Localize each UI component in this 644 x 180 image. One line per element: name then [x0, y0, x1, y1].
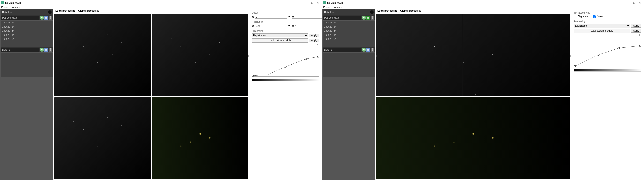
nav-handle-right[interactable]: ◂▸ — [247, 54, 250, 57]
expand-toggle[interactable] — [318, 44, 319, 46]
maximize-button[interactable]: □ — [631, 2, 637, 4]
tab-local[interactable]: Local processing — [56, 10, 75, 12]
dataset-name-input[interactable] — [323, 16, 362, 20]
dataset-add-button[interactable]: + — [40, 16, 44, 20]
add-dataset-button[interactable]: + — [48, 10, 52, 14]
expand-toggle[interactable] — [640, 34, 641, 36]
svg-rect-7 — [574, 66, 576, 67]
res-x-input[interactable] — [255, 24, 288, 28]
gradient-bar[interactable] — [574, 69, 641, 72]
dataset-delete-button[interactable]: 🗑 — [49, 16, 52, 20]
global-settings-panel: Interaction type Alignment View Processi… — [571, 9, 644, 180]
processing-select[interactable]: Equalization — [574, 24, 630, 28]
maximize-button[interactable]: □ — [309, 2, 315, 4]
data-slot-list[interactable] — [323, 52, 375, 77]
slot-delete-button[interactable]: 🗑 — [49, 48, 52, 52]
data-slot-list[interactable] — [1, 52, 53, 77]
file-list[interactable]: 190922_1/ 190922_2/ 190922_3/ 190922_4/ … — [1, 20, 53, 47]
app-window-global: BigDataRecon — □ ✕ Project Window Data L… — [322, 0, 644, 180]
data-list-header: Data List + — [1, 10, 53, 15]
load-module-button[interactable]: Load custom module — [574, 29, 630, 33]
intensity-curve-chart[interactable] — [252, 49, 319, 178]
processing-select[interactable]: Registration — [252, 34, 308, 38]
svg-rect-8 — [598, 54, 599, 56]
add-dataset-button[interactable]: + — [370, 10, 374, 14]
list-item[interactable]: 190922_1/ — [323, 20, 375, 25]
list-item[interactable]: 190922_2/ — [1, 25, 53, 29]
offset-label: Offset — [252, 11, 319, 14]
tab-global[interactable]: Global processing — [400, 10, 421, 12]
res-y-input[interactable] — [292, 24, 322, 28]
dataset-name-input[interactable] — [1, 16, 40, 20]
intensity-curve-chart[interactable] — [574, 39, 641, 178]
data-slot-input[interactable] — [323, 48, 362, 52]
apply-module-button[interactable]: Apply — [309, 39, 319, 42]
alignment-checkbox[interactable]: Alignment — [574, 15, 588, 18]
nav-handle-mid[interactable]: ▴▾ — [474, 93, 476, 96]
menu-project[interactable]: Project — [1, 6, 9, 8]
dataset-toolbar: + ▦ 🗑 — [323, 15, 375, 20]
list-item[interactable]: 190922_3/ — [323, 29, 375, 33]
processing-area: Local processing Global processing ◂▸ — [376, 9, 571, 180]
svg-rect-1 — [267, 74, 268, 76]
sidebar: Data List + + ▦ 🗑 190922_1/ 190922_2/ 19… — [0, 9, 54, 180]
list-item[interactable]: 190922_5/ — [1, 37, 53, 41]
y-label: y: — [288, 16, 290, 18]
nav-handle-right[interactable]: ◂▸ — [569, 54, 572, 57]
image-slice-tl[interactable] — [54, 14, 151, 96]
svg-rect-4 — [318, 56, 319, 57]
app-icon — [1, 1, 4, 4]
tab-global[interactable]: Global processing — [78, 10, 99, 12]
gradient-bar[interactable] — [252, 79, 319, 81]
dataset-delete-button[interactable]: 🗑 — [371, 16, 374, 20]
dataset-add-button[interactable]: + — [362, 16, 366, 20]
load-module-button[interactable]: Load custom module — [252, 38, 308, 42]
titlebar: BigDataRecon — □ ✕ — [322, 0, 644, 5]
slot-grid-button[interactable]: ▦ — [44, 48, 48, 52]
offset-x-input[interactable] — [255, 15, 288, 19]
minimize-button[interactable]: — — [303, 2, 309, 4]
tab-local[interactable]: Local processing — [378, 10, 397, 12]
processing-area: Local processing Global processing ◂▸ ◂▸ — [54, 9, 249, 180]
close-button[interactable]: ✕ — [637, 2, 643, 4]
nav-handle-left[interactable]: ◂▸ — [375, 54, 378, 57]
menu-window[interactable]: Window — [334, 6, 342, 8]
global-slice-top[interactable] — [376, 14, 570, 96]
dataset-grid-button[interactable]: ▦ — [44, 16, 48, 20]
image-slice-tr[interactable] — [152, 14, 248, 96]
list-item[interactable]: 190922_5/ — [323, 37, 375, 41]
view-checkbox[interactable]: View — [593, 15, 603, 18]
data-list-header: Data List + — [323, 10, 375, 15]
list-item[interactable]: 190922_2/ — [323, 25, 375, 29]
minimize-button[interactable]: — — [625, 2, 631, 4]
offset-y-input[interactable] — [292, 15, 322, 19]
close-button[interactable]: ✕ — [315, 2, 321, 4]
image-slice-bl[interactable] — [54, 97, 151, 179]
apply-button[interactable]: Apply — [309, 34, 319, 37]
x-label: x: — [252, 16, 254, 18]
file-list[interactable]: 190922_1/ 190922_2/ 190922_3/ 190922_4/ … — [323, 20, 375, 47]
dataset-grid-button[interactable]: ▦ — [366, 16, 370, 20]
svg-rect-9 — [618, 48, 620, 49]
slot-delete-button[interactable]: 🗑 — [371, 48, 374, 52]
data-slot-toolbar: + ▦ 🗑 — [1, 47, 53, 52]
list-item[interactable]: 190922_1/ — [1, 20, 53, 25]
global-slice-bottom[interactable] — [376, 97, 570, 179]
data-slot-input[interactable] — [1, 48, 40, 52]
image-slice-br[interactable] — [152, 97, 248, 179]
svg-rect-0 — [252, 75, 254, 77]
app-title: BigDataRecon — [327, 2, 342, 4]
slot-add-button[interactable]: + — [362, 48, 366, 52]
apply-module-button[interactable]: Apply — [631, 29, 641, 33]
interaction-label: Interaction type — [574, 11, 641, 14]
menu-project[interactable]: Project — [323, 6, 331, 8]
list-item[interactable]: 190922_3/ — [1, 29, 53, 33]
list-item[interactable]: 190922_4/ — [1, 33, 53, 37]
slot-grid-button[interactable]: ▦ — [366, 48, 370, 52]
apply-button[interactable]: Apply — [631, 24, 641, 28]
app-icon — [323, 1, 326, 4]
menu-window[interactable]: Window — [12, 6, 20, 8]
nav-handle-left[interactable]: ◂▸ — [53, 96, 56, 99]
list-item[interactable]: 190922_4/ — [323, 33, 375, 37]
slot-add-button[interactable]: + — [40, 48, 44, 52]
